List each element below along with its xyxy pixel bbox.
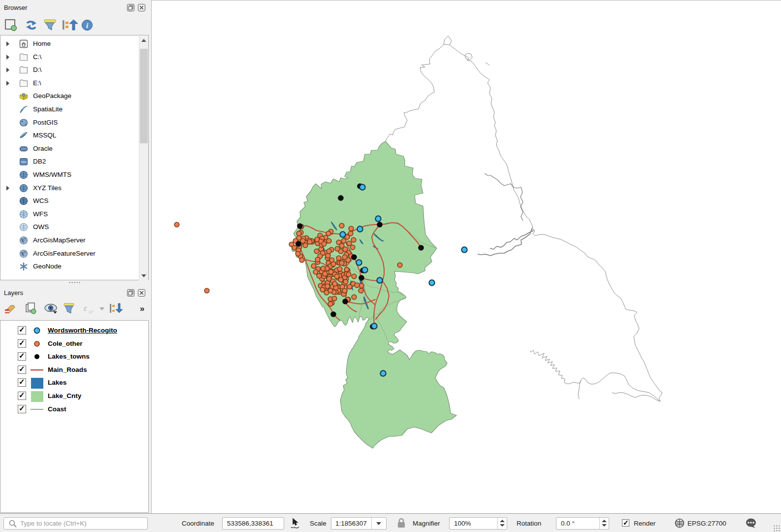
svg-text:DB2: DB2: [21, 160, 27, 164]
svg-text:17: 17: [89, 310, 93, 314]
svg-text:ε: ε: [84, 304, 87, 312]
svg-text:»: »: [140, 304, 144, 313]
